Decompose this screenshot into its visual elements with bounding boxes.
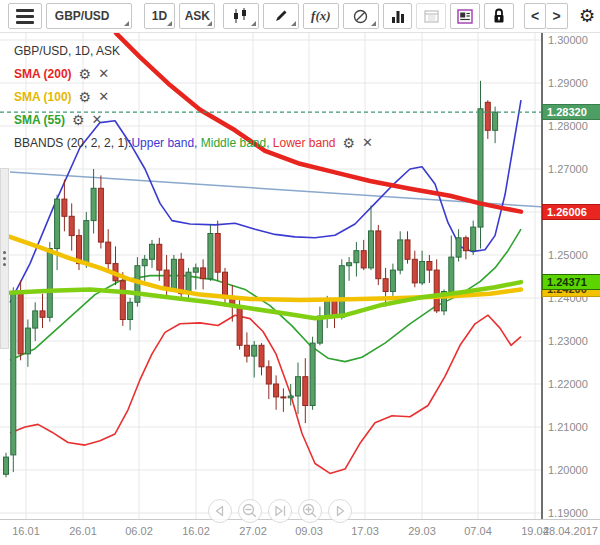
candle <box>106 229 111 272</box>
price-axis-label: 1.21000 <box>548 421 588 434</box>
legend-row-sma200: SMA (200) ⚙ ✕ <box>14 62 373 85</box>
zoom-in-button[interactable] <box>298 499 322 523</box>
drawing-tools-button[interactable] <box>263 3 299 29</box>
price-side-select[interactable]: ASK <box>179 3 215 29</box>
sma100-remove-icon[interactable]: ✕ <box>98 90 109 103</box>
time-axis[interactable]: 28.04.2017 16.0126.0106.0216.0227.0209.0… <box>0 519 600 545</box>
indicators-button[interactable]: f(x) <box>303 3 339 29</box>
volume-button[interactable] <box>383 3 413 29</box>
scroll-left-button[interactable]: < <box>524 3 546 29</box>
pan-right-button[interactable] <box>328 499 352 523</box>
toolbar: GBP/USD 1D ASK f(x) <box>0 0 600 33</box>
sma200-remove-icon[interactable]: ✕ <box>98 67 109 80</box>
hide-drawings-button[interactable] <box>343 3 379 29</box>
candle <box>171 255 176 292</box>
candle <box>244 332 249 362</box>
time-axis-label: 19.04 <box>521 525 549 537</box>
candle <box>128 298 133 330</box>
left-splitter-handle[interactable] <box>0 168 9 349</box>
period-label: 1D <box>152 9 167 23</box>
symbol-select[interactable]: GBP/USD <box>46 3 132 29</box>
candle <box>449 236 454 294</box>
price-badge: 1.26006 <box>543 205 600 219</box>
pencil-icon <box>273 8 289 24</box>
chevron-right-icon: > <box>553 8 561 24</box>
drag-grip-icon <box>3 251 6 266</box>
candle <box>201 259 206 289</box>
time-axis-label: 27.02 <box>239 525 267 537</box>
chart-type-button[interactable] <box>223 3 259 29</box>
hamburger-icon <box>16 9 34 24</box>
candle <box>84 212 89 268</box>
chevron-left-icon: < <box>531 8 539 24</box>
candle <box>274 375 279 409</box>
settings-button[interactable]: ⚙ <box>574 3 600 29</box>
lock-button[interactable] <box>484 3 514 29</box>
symbol-label: GBP/USD <box>55 9 110 23</box>
bbands-settings-icon[interactable]: ⚙ <box>343 136 356 150</box>
news-button[interactable] <box>450 3 480 29</box>
period-select[interactable]: 1D <box>144 3 176 29</box>
candle <box>113 246 118 285</box>
candle <box>157 238 162 281</box>
zoom-out-icon <box>239 500 261 522</box>
candle <box>369 206 374 271</box>
candle <box>223 268 228 307</box>
zoom-out-button[interactable] <box>238 499 262 523</box>
candle <box>69 203 74 250</box>
sma55-settings-icon[interactable]: ⚙ <box>72 113 85 127</box>
fx-icon: f(x) <box>311 8 331 24</box>
candle <box>456 229 461 261</box>
candle <box>47 242 52 322</box>
time-axis-label: 26.01 <box>69 525 97 537</box>
trend-line[interactable] <box>10 172 541 207</box>
news-icon <box>457 9 473 24</box>
candle <box>266 360 271 399</box>
gear-icon: ⚙ <box>579 5 595 27</box>
pan-left-button[interactable] <box>208 499 232 523</box>
legend-row-bbands: BBANDS (20, 2, 2, 1): Upper band, Middle… <box>14 131 373 154</box>
go-to-latest-button[interactable] <box>268 499 292 523</box>
legend-row-sma100: SMA (100) ⚙ ✕ <box>14 85 373 108</box>
price-axis-label: 1.23000 <box>548 335 588 348</box>
bbands-remove-icon[interactable]: ✕ <box>362 136 373 149</box>
pan-left-icon <box>209 500 231 522</box>
candle <box>215 221 220 281</box>
menu-button[interactable] <box>8 3 42 29</box>
candle <box>398 231 403 274</box>
candle <box>471 221 476 255</box>
pan-right-icon <box>329 500 351 522</box>
time-axis-label: 16.02 <box>182 525 210 537</box>
lock-icon <box>492 8 506 24</box>
candle <box>55 195 60 270</box>
candle <box>310 337 315 410</box>
candle <box>478 81 483 249</box>
candlestick-icon <box>232 8 250 24</box>
chart-title: GBP/USD, 1D, ASK <box>14 44 120 58</box>
candle <box>303 358 308 423</box>
go-to-latest-icon <box>269 500 291 522</box>
price-side-label: ASK <box>185 9 210 23</box>
candle <box>376 225 381 285</box>
candle <box>347 257 352 281</box>
price-axis[interactable]: 1.300001.290001.280001.270001.250001.240… <box>541 33 600 519</box>
scroll-right-button[interactable]: > <box>546 3 568 29</box>
candle <box>354 242 359 276</box>
price-axis-label: 1.20000 <box>548 464 588 477</box>
candle <box>150 240 155 268</box>
candle <box>281 388 286 412</box>
candle <box>11 287 16 472</box>
volume-bars-icon <box>390 9 406 24</box>
legend-bband-part: Middle band, <box>201 136 273 150</box>
slash-circle-icon <box>352 8 369 25</box>
time-axis-label: 16.01 <box>12 525 40 537</box>
sma200-settings-icon[interactable]: ⚙ <box>79 67 92 81</box>
legend-bbands-parts: Upper band, Middle band, Lower band <box>131 136 335 150</box>
chart-area[interactable]: GBP/USD, 1D, ASK SMA (200) ⚙ ✕ SMA (100)… <box>0 33 600 545</box>
sma100-settings-icon[interactable]: ⚙ <box>79 90 92 104</box>
sma55-remove-icon[interactable]: ✕ <box>91 113 102 126</box>
chart-title-row: GBP/USD, 1D, ASK <box>14 39 373 62</box>
time-axis-label: 29.03 <box>408 525 436 537</box>
candle <box>434 259 439 313</box>
bb-lower-line <box>10 315 521 473</box>
